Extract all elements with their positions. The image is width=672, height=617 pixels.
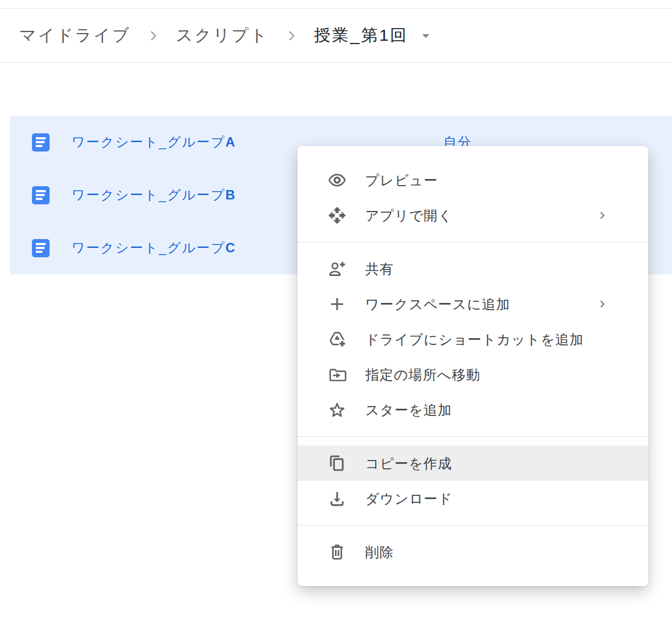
file-list-header: 名前 オーナー — [0, 64, 672, 115]
context-menu-section-organize: 共有 ワークスペースに追加 ドライブにショートカットを追加 指定の場所へ移動 — [297, 242, 648, 436]
breadcrumb: マイドライブ スクリプト 授業_第1回 — [0, 9, 672, 63]
menu-item-share[interactable]: 共有 — [297, 251, 648, 286]
google-docs-file-icon — [32, 133, 50, 151]
download-icon — [328, 489, 346, 508]
menu-item-preview[interactable]: プレビュー — [297, 163, 648, 198]
chevron-right-icon — [284, 29, 299, 43]
menu-item-add-to-workspace[interactable]: ワークスペースに追加 — [297, 286, 648, 322]
star-icon — [328, 400, 346, 419]
context-menu-section-delete: 削除 — [297, 526, 648, 586]
trash-icon — [328, 543, 346, 561]
plus-icon — [328, 295, 346, 313]
menu-item-add-star[interactable]: スターを追加 — [297, 392, 648, 427]
person-add-icon — [328, 259, 346, 278]
file-name: ワークシート_グループA — [72, 133, 236, 151]
menu-item-open-with[interactable]: アプリで開く — [297, 198, 648, 233]
breadcrumb-my-drive[interactable]: マイドライブ — [19, 24, 131, 47]
menu-item-add-shortcut-to-drive[interactable]: ドライブにショートカットを追加 — [297, 322, 648, 357]
caret-down-icon[interactable] — [419, 29, 432, 42]
open-with-icon — [328, 206, 346, 225]
file-name: ワークシート_グループC — [72, 239, 236, 257]
chevron-right-icon — [597, 209, 609, 221]
google-docs-file-icon — [32, 239, 50, 257]
eye-icon — [328, 171, 346, 190]
file-name: ワークシート_グループB — [72, 186, 236, 204]
menu-item-move-to[interactable]: 指定の場所へ移動 — [297, 357, 648, 392]
drive-shortcut-add-icon — [328, 330, 346, 349]
google-docs-file-icon — [32, 186, 50, 204]
context-menu: プレビュー アプリで開く 共有 ワークスペースに追加 — [297, 146, 648, 586]
breadcrumb-current-folder[interactable]: 授業_第1回 — [314, 24, 408, 47]
menu-item-delete[interactable]: 削除 — [297, 534, 648, 570]
context-menu-section-open: プレビュー アプリで開く — [297, 146, 648, 242]
menu-item-download[interactable]: ダウンロード — [297, 481, 648, 516]
chevron-right-icon — [597, 298, 609, 310]
menu-item-make-a-copy[interactable]: コピーを作成 — [297, 446, 648, 481]
chevron-right-icon — [146, 29, 160, 43]
context-menu-section-copy: コピーを作成 ダウンロード — [297, 437, 648, 525]
folder-move-icon — [328, 365, 346, 384]
copy-icon — [328, 454, 346, 473]
breadcrumb-scripts[interactable]: スクリプト — [176, 24, 269, 47]
